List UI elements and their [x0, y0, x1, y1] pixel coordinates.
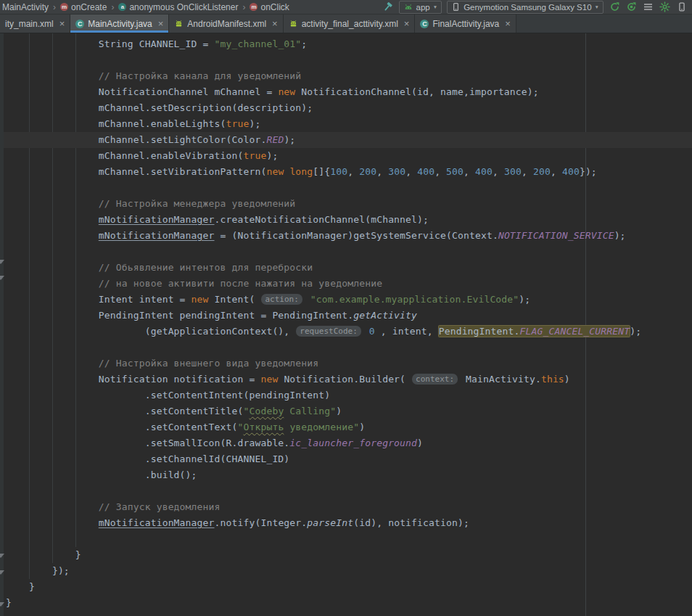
tab-label: activity_final_acttivity.xml [302, 19, 398, 29]
phone-icon[interactable] [675, 1, 688, 13]
code-editor[interactable]: String CHANNEL_ID = "my_channel_01"; // … [0, 33, 692, 616]
android-file-icon [174, 19, 184, 28]
build-hammer-icon[interactable] [382, 1, 394, 13]
code-line: (getApplicationContext(), requestCode: 0… [0, 324, 692, 340]
run-config-selector[interactable]: app ▼ [399, 1, 442, 14]
code-line: PendingIntent pendingIntent = PendingInt… [0, 308, 692, 324]
gutter [0, 33, 4, 616]
device-label: Genymotion Samsung Galaxy S10 [464, 3, 591, 12]
anonymous-class-icon: a [118, 3, 126, 11]
close-icon[interactable]: × [158, 19, 164, 28]
code-line [0, 483, 692, 499]
apply-changes-icon[interactable] [609, 1, 621, 13]
gear-icon[interactable] [659, 1, 671, 13]
device-selector[interactable]: Genymotion Samsung Galaxy S10 ▼ [447, 1, 604, 14]
tab-label: MainActivity.java [88, 19, 152, 29]
tab-mainactivity-java[interactable]: CMainActivity.java× [70, 15, 169, 33]
android-icon [403, 2, 413, 12]
fold-marker-icon[interactable] [0, 260, 4, 264]
toolbar-icons [609, 1, 688, 13]
code-line: // Настройка менеджера уведомлений [0, 196, 692, 212]
fold-marker-icon[interactable] [0, 602, 4, 607]
code-line: } [0, 595, 692, 611]
editor-tabs: ity_main.xml×CMainActivity.java×AndroidM… [0, 15, 692, 33]
parameter-hint: context: [412, 374, 458, 385]
code-line [0, 244, 692, 260]
code-line: // Обьявление интентов для переброски [0, 260, 692, 276]
code-line: .setContentIntent(pendingIntent) [0, 387, 692, 403]
tab-label: AndroidManifest.xml [187, 19, 266, 29]
method-icon: m [60, 3, 68, 11]
breadcrumb-label: onClick [260, 2, 289, 12]
code-line [0, 531, 692, 547]
tab-ity-main-xml[interactable]: ity_main.xml× [0, 15, 70, 33]
breadcrumb-separator: › [242, 2, 245, 12]
code-line: mNotificationManager = (NotificationMana… [0, 228, 692, 244]
parameter-hint: action: [261, 294, 302, 305]
code-line: String CHANNEL_ID = "my_channel_01"; [0, 36, 692, 52]
code-line: mChannel.enableVibration(true); [0, 148, 692, 164]
parameter-hint: requestCode: [296, 326, 361, 337]
code-line [0, 180, 692, 196]
navigation-bar: MainActivity›monCreate›aanonymous OnClic… [0, 0, 692, 15]
method-icon: m [250, 3, 258, 11]
code-line: Intent intent = new Intent( action: "com… [0, 292, 692, 308]
breadcrumb-item[interactable]: MainActivity [2, 2, 49, 12]
android-file-icon [289, 19, 298, 28]
code-line: .setChannelId(CHANNEL_ID) [0, 451, 692, 467]
breadcrumb-label: MainActivity [2, 2, 49, 12]
breadcrumb-item[interactable]: monCreate [60, 2, 107, 12]
tab-activity-final-acttivity-xml[interactable]: activity_final_acttivity.xml× [284, 15, 416, 33]
code-line: .build(); [0, 467, 692, 483]
close-icon[interactable]: × [505, 19, 511, 28]
code-line: .setContentTitle("Codeby Calling") [0, 403, 692, 419]
code-line: .setSmallIcon(R.drawable.ic_launcher_for… [0, 435, 692, 451]
close-icon[interactable]: × [59, 19, 65, 28]
close-icon[interactable]: × [404, 19, 410, 28]
code-line: mChannel.setVibrationPattern(new long[]{… [0, 164, 692, 180]
fold-marker-icon[interactable] [0, 554, 4, 558]
tab-label: ity_main.xml [5, 19, 54, 29]
breadcrumb-separator: › [111, 2, 114, 12]
tab-androidmanifest-xml[interactable]: AndroidManifest.xml× [169, 15, 283, 33]
code-line [0, 52, 692, 68]
code-line: .setContentText("Открыть уведомление") [0, 419, 692, 435]
breadcrumb-label: onCreate [71, 2, 107, 12]
code-line: }); [0, 563, 692, 579]
breadcrumb-item[interactable]: monClick [250, 2, 289, 12]
code-line: mChannel.setLightColor(Color.RED); [0, 132, 692, 148]
fold-marker-icon[interactable] [0, 570, 4, 575]
code-line: mChannel.enableLights(true); [0, 116, 692, 132]
list-icon[interactable] [642, 1, 654, 13]
run-config-label: app [416, 3, 430, 12]
code-line: // на новое активити после нажатия на ув… [0, 276, 692, 292]
code-line: mChannel.setDescription(description); [0, 100, 692, 116]
code-line: // Настройка внешнего вида уведомления [0, 356, 692, 371]
tab-label: FinalActtivity.java [432, 19, 499, 29]
fold-marker-icon[interactable] [0, 276, 4, 280]
highlighted-token: PendingIntent.FLAG_CANCEL_CURRENT [439, 326, 630, 337]
java-class-icon: C [420, 20, 429, 28]
code-line: mNotificationManager.notify(Integer.pars… [0, 515, 692, 531]
breadcrumb-label: anonymous OnClickListener [129, 2, 238, 12]
code-area[interactable]: String CHANNEL_ID = "my_channel_01"; // … [0, 36, 692, 611]
code-line: } [0, 579, 692, 595]
code-line: // Настройка канала для уведомлений [0, 68, 692, 84]
code-line [0, 340, 692, 356]
close-icon[interactable]: × [272, 19, 278, 28]
chevron-down-icon: ▼ [595, 4, 599, 9]
breadcrumb-separator: › [53, 2, 56, 12]
breadcrumb-item[interactable]: aanonymous OnClickListener [118, 2, 238, 12]
code-line: NotificationChannel mChannel = new Notif… [0, 84, 692, 100]
main-toolbar: app ▼ Genymotion Samsung Galaxy S10 ▼ [382, 1, 688, 14]
breadcrumb: MainActivity›monCreate›aanonymous OnClic… [1, 2, 290, 12]
code-line: } [0, 547, 692, 563]
code-line: mNotificationManager.createNotificationC… [0, 212, 692, 228]
chevron-down-icon: ▼ [433, 4, 437, 9]
code-line: // Запуск уведомления [0, 499, 692, 515]
apply-code-changes-icon[interactable] [625, 1, 638, 13]
java-class-icon: C [75, 20, 84, 28]
tab-finalacttivity-java[interactable]: CFinalActtivity.java× [415, 15, 516, 33]
phone-icon [451, 2, 461, 12]
code-line: Notification notification = new Notifica… [0, 371, 692, 387]
